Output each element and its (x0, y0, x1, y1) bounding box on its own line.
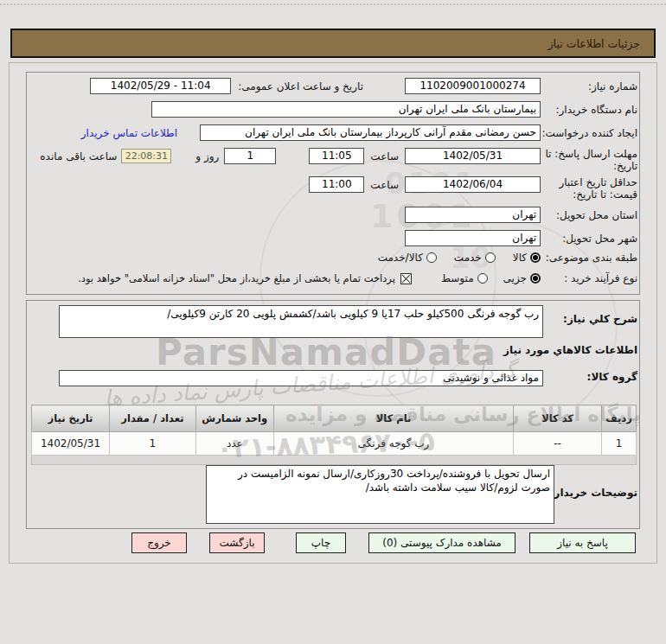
treasury-checkbox-label: پرداخت تمام یا بخشی از مبلغ خرید،از محل … (78, 272, 395, 284)
need-number-field[interactable]: 1102009001000274 (405, 78, 541, 94)
reply-deadline-hour-label: ساعت (370, 150, 399, 163)
hours-remaining-label: ساعت باقی مانده (40, 150, 117, 163)
col-need-date: تاریخ نیاز (32, 405, 110, 432)
need-desc-field[interactable]: رب گوجه فرنگی 500کیلو حلب 17یا 9 کیلویی … (59, 305, 543, 338)
purchase-type-label: نوع فرآیند خرید : (541, 272, 637, 284)
buyer-notes-label: توضیحات خریدار: (550, 487, 637, 499)
treasury-checkbox[interactable] (400, 273, 412, 284)
request-creator-label: ایجاد کننده درخواست: (541, 127, 637, 139)
cell-row-number: 1 (602, 432, 637, 456)
reply-deadline-date-field[interactable]: 1402/05/31 (405, 148, 541, 164)
price-validity-date-field[interactable]: 1402/06/04 (405, 176, 541, 193)
buyer-notes-field[interactable]: ارسال تحویل با فروشنده/پرداخت 30روزکاری/… (206, 465, 554, 524)
radio-service[interactable] (485, 252, 496, 263)
delivery-city-field[interactable]: تهران (405, 230, 541, 246)
buyer-contact-link[interactable]: اطلاعات تماس خریدار (81, 127, 177, 139)
cell-need-date: 1402/05/31 (32, 432, 110, 456)
goods-table-row[interactable]: 1 -- رب گوجه فرنگی عدد 1 1402/05/31 (32, 432, 637, 456)
need-details-page: 0101 1001 10 جزئیات اطلاعات نیاز شماره ن… (0, 0, 666, 644)
radio-service-label: خدمت (454, 252, 482, 264)
price-validity-time-field[interactable]: 11:00 (309, 176, 364, 193)
radio-goods-service[interactable] (426, 252, 437, 263)
buyer-notes-text: ارسال تحویل با فروشنده/پرداخت 30روزکاری/… (238, 468, 550, 494)
radio-medium[interactable] (477, 273, 488, 284)
goods-group-label: گروه کالا: (544, 371, 637, 383)
goods-table-header-row: ردیف کد کالا نام کالا واحد شمارش تعداد /… (32, 405, 637, 432)
col-goods-code: کد کالا (514, 405, 602, 432)
radio-goods-label: کالا (513, 252, 527, 264)
cell-goods-name: رب گوجه فرنگی (273, 432, 513, 456)
col-row-number: ردیف (602, 405, 637, 432)
goods-group-text: مواد غذائی و نوشیدنی (443, 372, 539, 384)
countdown-timer: 22:08:31 (121, 149, 171, 163)
reply-to-need-button[interactable]: پاسخ به نیاز (529, 532, 636, 553)
radio-goods-service-label: کالا/خدمت (378, 252, 423, 264)
goods-group-field[interactable]: مواد غذائی و نوشیدنی (59, 370, 543, 386)
price-validity-hour-label: ساعت (370, 179, 399, 191)
radio-goods[interactable] (530, 252, 541, 263)
cell-quantity: 1 (110, 432, 196, 456)
radio-medium-label: متوسط (441, 272, 474, 284)
radio-partial[interactable] (530, 273, 541, 284)
need-desc-label: شرح کلي نیاز: (544, 313, 637, 325)
back-button[interactable]: بازگشت (209, 532, 265, 553)
delivery-province-field[interactable]: تهران (405, 207, 541, 223)
col-quantity: تعداد / مقدار (110, 405, 196, 432)
goods-table: ردیف کد کالا نام کالا واحد شمارش تعداد /… (31, 405, 637, 465)
announce-datetime-field[interactable]: 1402/05/29 - 11:04 (90, 78, 231, 94)
reply-deadline-days-label: روز و (195, 150, 219, 163)
announce-datetime-label: تاریخ و ساعت اعلان عمومی: (238, 80, 363, 92)
view-attachments-button[interactable]: مشاهده مدارک پیوستی (0) (368, 532, 516, 553)
col-goods-name: نام کالا (273, 405, 513, 432)
need-desc-text: رب گوجه فرنگی 500کیلو حلب 17یا 9 کیلویی … (167, 308, 539, 320)
action-buttons: پاسخ به نیاز مشاهده مدارک پیوستی (0) چاپ… (131, 532, 636, 553)
page-title: جزئیات اطلاعات نیاز (548, 37, 654, 50)
buyer-org-field[interactable]: بیمارستان بانک ملی ایران تهران (151, 101, 541, 118)
reply-deadline-label: مهلت ارسال پاسخ: تا تاریخ: (541, 148, 637, 172)
reply-deadline-time-field[interactable]: 11:05 (309, 148, 364, 164)
request-creator-field[interactable]: حسن رمضانی مقدم آرانی کارپرداز بیمارستان… (200, 124, 541, 141)
goods-section-header: اطلاعات کالاهاي مورد نیاز (503, 344, 637, 356)
page-title-bar: جزئیات اطلاعات نیاز (10, 29, 656, 58)
radio-partial-label: جزیی (503, 272, 527, 284)
need-number-label: شماره نیاز: (541, 80, 637, 92)
price-validity-label: حداقل تاریخ اعتبار قیمت: تا تاریخ: (541, 176, 637, 201)
cell-goods-code: -- (514, 432, 602, 456)
col-count-unit: واحد شمارش (195, 405, 273, 432)
cell-count-unit: عدد (195, 432, 273, 456)
reply-deadline-days-field[interactable]: 1 (224, 148, 276, 164)
exit-button[interactable]: خروج (131, 532, 187, 553)
top-dotted-divider (0, 3, 666, 5)
print-button[interactable]: چاپ (296, 532, 346, 553)
subject-class-label: طبقه بندی موضوعی: (541, 252, 637, 264)
buyer-org-label: نام دستگاه خریدار: (541, 104, 637, 116)
delivery-city-label: شهر محل تحویل: (541, 233, 637, 245)
goods-table-footer-strip (32, 456, 637, 465)
delivery-province-label: استان محل تحویل: (541, 209, 637, 221)
